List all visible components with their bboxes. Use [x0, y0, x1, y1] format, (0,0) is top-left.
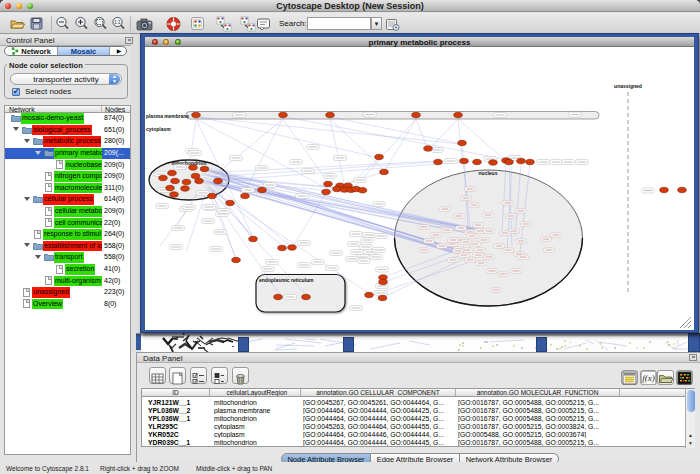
svg-text:1:1: 1:1	[114, 20, 121, 25]
svg-text:unassigned: unassigned	[614, 83, 642, 89]
svg-text:endoplasmic reticulum: endoplasmic reticulum	[259, 277, 314, 283]
svg-text:nucleus: nucleus	[479, 170, 498, 176]
svg-text:cytoplasm: cytoplasm	[146, 126, 171, 132]
svg-text:plasma membrane: plasma membrane	[146, 114, 189, 119]
svg-text:f(x): f(x)	[642, 373, 655, 383]
